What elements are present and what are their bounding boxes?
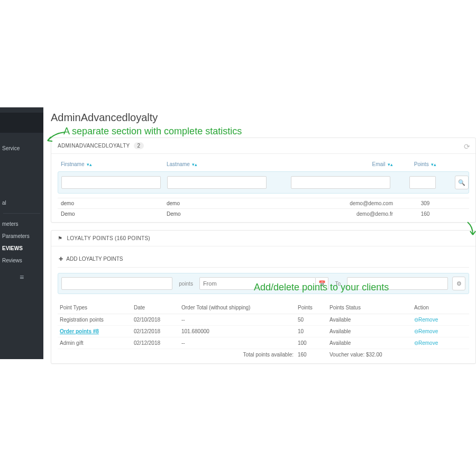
th-lastname[interactable]: Lastname ▾▴ (163, 159, 269, 169)
table-row: Order points #802/12/2018101.68000010Ava… (58, 326, 469, 337)
cell-order-total: 101.680000 (179, 326, 296, 337)
filter-lastname[interactable] (167, 176, 267, 189)
table-row[interactable]: demo demo demo@demo.com 309 (58, 198, 469, 208)
th-point-types: Point Types (58, 301, 132, 314)
summary-points: 160 (296, 349, 327, 361)
th-points: Points (296, 301, 327, 314)
cell-status: Available (327, 314, 412, 326)
sort-icon: ▾▴ (85, 162, 92, 167)
sidebar-item[interactable]: Parameters (0, 230, 43, 242)
count-badge: 2 (134, 142, 144, 149)
cell-type: Registration points (58, 314, 132, 326)
sidebar: Service al meters Parameters EVIEWS Revi… (0, 107, 43, 359)
remove-icon: ⊖ (414, 328, 418, 334)
cell-type: Admin gift (58, 337, 132, 349)
cell-points: 10 (296, 326, 327, 337)
annotation-text: A separate section with complete statist… (63, 126, 242, 137)
cell-action[interactable]: ⊖Remove (412, 314, 469, 326)
cell-order-total: -- (179, 314, 296, 326)
table-row[interactable]: Demo Demo demo@demo.fr 160 (58, 208, 469, 219)
cell-date: 02/10/2018 (132, 314, 179, 326)
filter-email[interactable] (291, 176, 390, 189)
cell-action[interactable]: ⊖Remove (412, 337, 469, 349)
panel-head: ADMINADVANCEDLOYALTY 2 ⟳ (51, 138, 475, 154)
th-email[interactable]: Email ▾▴ (290, 159, 396, 169)
filter-firstname[interactable] (61, 176, 161, 189)
filter-row: 🔍 (58, 171, 469, 194)
panel-title: LOYALTY POINTS (160 POINTS) (67, 235, 150, 241)
sidebar-item[interactable]: meters (0, 218, 43, 230)
table-row: Registration points02/10/2018--50Availab… (58, 314, 469, 326)
sidebar-heading-reviews: EVIEWS (0, 242, 43, 254)
sidebar-item-service[interactable]: Service (0, 142, 43, 154)
annotation-arrow-icon (465, 221, 476, 237)
panel-loyalty-points: ⚑ LOYALTY POINTS (160 POINTS) ✚ ADD LOYA… (51, 230, 476, 364)
summary-voucher: Voucher value: $32.00 (327, 349, 412, 361)
annotation-text: Add/delete points to your clients (254, 282, 389, 293)
th-date: Date (132, 301, 179, 314)
cell-date: 02/12/2018 (132, 337, 179, 349)
sort-icon: ▾▴ (430, 162, 437, 167)
sidebar-item[interactable] (0, 136, 43, 142)
cell-status: Available (327, 337, 412, 349)
summary-label: Total points available: (179, 349, 296, 361)
th-points[interactable]: Points ▾▴ (396, 159, 454, 169)
panel-title: ADMINADVANCEDLOYALTY (58, 143, 130, 149)
sidebar-active-highlight (0, 113, 43, 133)
points-label: points (177, 281, 195, 287)
refresh-icon[interactable]: ⟳ (464, 142, 470, 151)
remove-icon: ⊖ (414, 317, 418, 323)
sort-icon: ▾▴ (191, 162, 198, 167)
summary-row: Total points available:160Voucher value:… (58, 349, 469, 361)
th-status: Points Status (327, 301, 412, 314)
th-order-total: Order Total (without shipping) (179, 301, 296, 314)
remove-icon: ⊖ (414, 340, 418, 346)
cell-order-total: -- (179, 337, 296, 349)
plus-icon: ✚ (59, 256, 63, 262)
sidebar-item-reviews[interactable]: Reviews (0, 254, 43, 267)
flag-icon: ⚑ (58, 235, 62, 241)
cell-points: 50 (296, 314, 327, 326)
search-button[interactable]: 🔍 (455, 176, 469, 189)
cell-points: 100 (296, 337, 327, 349)
page-title: AdminAdvancedloyalty (43, 107, 476, 124)
main-content: AdminAdvancedloyalty ADMINADVANCEDLOYALT… (43, 107, 476, 371)
table-row: Admin gift02/12/2018--100Available⊖Remov… (58, 337, 469, 349)
th-action: Action (412, 301, 469, 314)
sort-icon: ▾▴ (386, 162, 393, 167)
collapse-sidebar-icon[interactable]: ≡ (0, 273, 43, 281)
cell-status: Available (327, 326, 412, 337)
panel-customers-loyalty: ADMINADVANCEDLOYALTY 2 ⟳ Firstname ▾▴ La… (51, 138, 476, 223)
settings-button[interactable]: ⚙ (452, 277, 465, 290)
points-table: Point Types Date Order Total (without sh… (58, 301, 469, 360)
panel-head: ⚑ LOYALTY POINTS (160 POINTS) (51, 231, 475, 246)
points-input[interactable] (61, 277, 172, 290)
cell-type[interactable]: Order points #8 (58, 326, 132, 337)
sidebar-item[interactable]: al (0, 197, 43, 209)
cell-action[interactable]: ⊖Remove (412, 326, 469, 337)
filter-points[interactable] (409, 176, 436, 189)
cell-date: 02/12/2018 (132, 326, 179, 337)
annotation-arrow-icon (44, 130, 66, 145)
th-firstname[interactable]: Firstname ▾▴ (58, 159, 163, 169)
add-loyalty-heading: ✚ ADD LOYALTY POINTS (58, 252, 469, 268)
